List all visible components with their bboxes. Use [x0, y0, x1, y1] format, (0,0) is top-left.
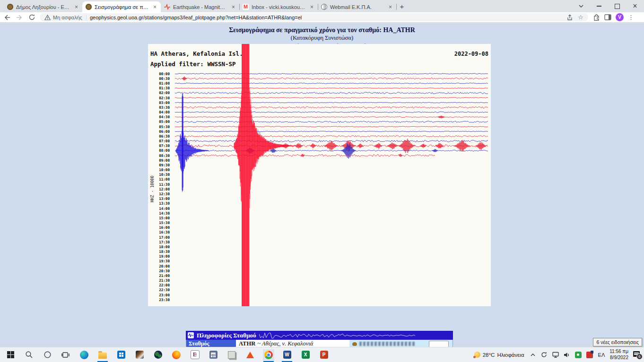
station-info-panel: Πληροφορίες Σταθμού Σταθμός ATHR ~ Αθέρα… — [186, 331, 453, 347]
time-label-13:00: 13:00 — [159, 197, 170, 201]
time-label-04:00: 04:00 — [159, 110, 170, 114]
page-subtitle: (Κατακόρυφη Συνιστώσα) — [0, 34, 644, 42]
time-label-22:00: 22:00 — [159, 283, 170, 287]
time-label-20:00: 20:00 — [159, 264, 170, 268]
clock-date: 8/9/2022 — [610, 355, 628, 360]
sync-icon[interactable] — [540, 351, 548, 359]
back-icon[interactable] — [3, 13, 11, 22]
tab-close-icon[interactable]: × — [388, 4, 393, 10]
start-icon[interactable] — [5, 349, 16, 361]
time-label-15:00: 15:00 — [159, 216, 170, 220]
time-label-19:00: 19:00 — [159, 254, 170, 259]
cortana-icon[interactable] — [42, 349, 53, 361]
time-label-08:00: 08:00 — [159, 148, 170, 153]
time-label-02:00: 02:00 — [159, 91, 170, 95]
extensions-icon[interactable] — [593, 14, 600, 21]
word-icon[interactable]: W — [281, 349, 293, 361]
clock-time: 11:56 πμ — [609, 349, 628, 354]
volume-icon[interactable] — [563, 351, 571, 359]
tab-title: Webmail Ε.Κ.Π.Α. — [330, 4, 385, 10]
station-map-preview[interactable] — [349, 340, 453, 347]
address-bar[interactable]: Μη ασφαλής geophysics.geol.uoa.gr/statio… — [40, 13, 588, 21]
browser-menu-icon[interactable]: ⋮ — [628, 14, 634, 21]
tab-close-icon[interactable]: × — [309, 4, 314, 10]
url-text[interactable]: geophysics.geol.uoa.gr/stations/gmaps3/l… — [90, 15, 563, 20]
plot-filter-label: Applied filter: WWSSN-SP — [150, 60, 236, 68]
time-label-18:30: 18:30 — [159, 250, 170, 254]
tray-temperature: 28°C — [483, 352, 495, 358]
time-label-01:30: 01:30 — [159, 86, 170, 90]
time-label-09:00: 09:00 — [159, 158, 170, 163]
close-icon[interactable]: × — [626, 0, 644, 12]
map-control-box[interactable] — [429, 341, 449, 347]
security-text: Μη ασφαλής — [53, 15, 82, 20]
time-label-07:30: 07:30 — [159, 144, 170, 148]
side-panel-icon[interactable] — [604, 14, 611, 20]
calculator-icon[interactable] — [208, 349, 219, 361]
station-row-value: ATHR ~ Αθέρας, ν. Κεφαλονιά — [236, 340, 349, 347]
powerpoint-icon[interactable]: P — [318, 349, 330, 361]
taskbar-clock[interactable]: 11:56 πμ 8/9/2022 — [609, 349, 628, 361]
chrome-icon[interactable] — [263, 349, 274, 361]
chevron-up-icon[interactable] — [529, 351, 537, 359]
browser-tab-0[interactable]: Δήμος Ληξουρίου - ΕΚΠΑ: ΟΧΕ Π× — [4, 1, 82, 12]
browser-tab-4[interactable]: Webmail Ε.Κ.Π.Α.× — [318, 1, 396, 12]
edge-icon[interactable] — [78, 349, 90, 361]
bookmark-star-icon[interactable]: ☆ — [578, 14, 583, 20]
profile-avatar[interactable]: V — [616, 13, 624, 21]
security-app-icon[interactable] — [586, 351, 593, 359]
excel-icon[interactable]: X — [300, 349, 311, 361]
store-icon[interactable] — [115, 349, 127, 361]
seismogram-plot: HA Atheras, Kefalonia Isl. 2022-09-08 Ap… — [148, 44, 491, 306]
forward-icon[interactable] — [15, 13, 24, 22]
time-label-06:30: 06:30 — [159, 134, 170, 138]
display-icon[interactable] — [552, 351, 559, 359]
tab-close-icon[interactable]: × — [231, 4, 236, 10]
time-label-16:00: 16:00 — [159, 225, 170, 230]
time-label-05:00: 05:00 — [159, 120, 170, 124]
browser-toolbar: Μη ασφαλής geophysics.geol.uoa.gr/statio… — [0, 12, 644, 23]
share-icon[interactable] — [566, 14, 573, 21]
time-label-11:00: 11:00 — [159, 177, 170, 181]
time-label-12:30: 12:30 — [159, 192, 170, 196]
time-label-03:30: 03:30 — [159, 105, 170, 110]
window-menu-chevron-icon[interactable] — [572, 0, 590, 12]
time-label-00:00: 00:00 — [159, 72, 170, 76]
tab-close-icon[interactable]: × — [152, 4, 157, 10]
language-indicator[interactable]: ΕΛ — [598, 352, 605, 358]
refresh-icon[interactable] — [27, 13, 36, 22]
time-label-16:30: 16:30 — [159, 230, 170, 234]
file-explorer-icon[interactable] — [97, 349, 108, 361]
time-label-10:00: 10:00 — [159, 168, 170, 172]
browser-tab-3[interactable]: MInbox - vicki.kouskouna@gmail.c× — [239, 1, 318, 12]
time-label-02:30: 02:30 — [159, 96, 170, 100]
notification-center-icon[interactable]: 6 — [633, 351, 641, 358]
tab-close-icon[interactable]: × — [74, 4, 79, 10]
matlab-icon[interactable] — [244, 349, 256, 361]
time-label-21:30: 21:30 — [159, 278, 170, 283]
globe-app-icon[interactable] — [152, 349, 164, 361]
search-icon[interactable] — [23, 349, 35, 361]
browser-tab-2[interactable]: Earthquake - Magnitude 5.3 - GR× — [161, 1, 239, 12]
time-label-10:30: 10:30 — [159, 172, 170, 177]
remote-app-icon[interactable] — [574, 351, 582, 359]
firefox-icon[interactable] — [171, 349, 182, 361]
task-view-icon[interactable] — [60, 349, 71, 361]
browser-tab-1[interactable]: Σεισμογράφημα σε πραγματικό× — [82, 1, 161, 12]
time-label-09:30: 09:30 — [159, 163, 170, 167]
map-marker-icon — [352, 342, 357, 346]
maximize-icon[interactable] — [608, 0, 626, 12]
notes-app-icon[interactable] — [226, 349, 237, 361]
time-label-14:30: 14:30 — [159, 211, 170, 215]
weather-sun-icon — [474, 352, 480, 358]
page-title: Σεισμογράφημα σε πραγματικό χρόνο για το… — [0, 26, 644, 34]
endnote-icon[interactable]: Eˣ — [189, 349, 200, 361]
minimize-icon[interactable] — [590, 0, 608, 12]
time-label-06:00: 06:00 — [159, 129, 170, 134]
photos-icon[interactable] — [134, 349, 145, 361]
new-tab-button[interactable]: + — [396, 0, 408, 12]
time-label-11:30: 11:30 — [159, 182, 170, 187]
tab-title: Earthquake - Magnitude 5.3 - GR — [173, 4, 228, 10]
security-chip[interactable]: Μη ασφαλής — [44, 15, 87, 20]
weather-widget[interactable]: 28°C Ηλιοφάνεια — [474, 352, 524, 358]
